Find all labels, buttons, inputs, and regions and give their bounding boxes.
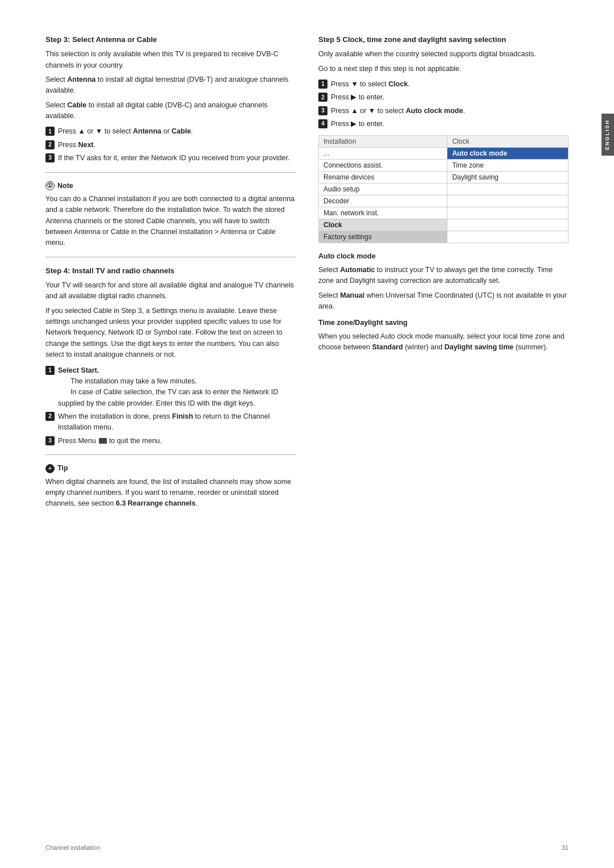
step4-step2: 2 When the installation is done, press F… (45, 411, 296, 433)
installation-menu-table: Installation Clock ... Auto clock mode C… (318, 135, 569, 243)
step-num-4-1: 1 (45, 366, 55, 375)
step-num-5-2: 2 (318, 93, 327, 102)
menu-row3-col2: Daylight saving (447, 172, 569, 183)
left-column: Step 3: Select Antenna or Cable This sel… (45, 34, 296, 515)
note-title: 🛈 Note (45, 181, 296, 191)
step4-step2-text: When the installation is done, press Fin… (58, 411, 296, 433)
step4-step3-text: Press Menu to quit the menu. (58, 436, 296, 446)
menu-row8-col1: Factory settings (319, 231, 447, 243)
menu-row-1: ... Auto clock mode (319, 148, 569, 160)
step4-title: Step 4: Install TV and radio channels (45, 265, 296, 277)
step3-step3: 3 If the TV asks for it, enter the Netwo… (45, 153, 296, 164)
step-num-4-2: 2 (45, 412, 55, 421)
tip-title: + Tip (45, 463, 296, 474)
page-container: Step 3: Select Antenna or Cable This sel… (0, 0, 614, 868)
step3-step3-text: If the TV asks for it, enter the Network… (58, 153, 296, 164)
menu-row7-col2 (447, 219, 569, 231)
menu-row7-col1: Clock (319, 219, 447, 231)
menu-row-2: Connections assist. Time zone (319, 160, 569, 172)
step4-steps: 1 Select Start. The installation may tak… (45, 365, 296, 447)
menu-row-4: Audio setup (319, 183, 569, 195)
menu-col1-header: Installation (319, 136, 447, 148)
menu-row6-col1: Man. network inst. (319, 207, 447, 219)
step-num-5-3: 3 (318, 106, 327, 115)
step-num-5-1: 1 (318, 80, 327, 89)
step3-para3: Select Cable to install all digital cabl… (45, 100, 296, 122)
step-num-4-3: 3 (45, 436, 55, 445)
menu-row4-col2 (447, 183, 569, 195)
menu-row5-col2 (447, 195, 569, 207)
timezone-section: Time zone/Daylight saving When you selec… (318, 318, 569, 353)
step3-step1-text: Press ▲ or ▼ to select Antenna or Cable. (58, 126, 296, 137)
step4-step1-sub2: In case of Cable selection, the TV can a… (58, 388, 278, 407)
timezone-para1: When you selected Auto clock mode manual… (318, 331, 569, 353)
note-label: Note (57, 181, 73, 191)
note-section: 🛈 Note You can do a Channel installation… (45, 181, 296, 249)
step3-step1: 1 Press ▲ or ▼ to select Antenna or Cabl… (45, 126, 296, 137)
divider-2 (45, 257, 296, 257)
step5-step3: 3 Press ▲ or ▼ to select Auto clock mode… (318, 106, 569, 116)
menu-row2-col1: Connections assist. (319, 160, 447, 172)
menu-row3-col1: Rename devices (319, 172, 447, 183)
step4-step1: 1 Select Start. The installation may tak… (45, 365, 296, 410)
footer-right: 31 (562, 844, 569, 851)
step4-step1-text: Select Start. The installation may take … (58, 365, 296, 410)
menu-row4-col1: Audio setup (319, 183, 447, 195)
note-icon: 🛈 (45, 181, 55, 190)
timezone-title: Time zone/Daylight saving (318, 318, 569, 328)
menu-row5-col1: Decoder (319, 195, 447, 207)
step5-section: Step 5 Clock, time zone and daylight sav… (318, 34, 569, 130)
step4-section: Step 4: Install TV and radio channels Yo… (45, 265, 296, 446)
step5-step2-text: Press ▶ to enter. (331, 92, 569, 103)
step3-section: Step 3: Select Antenna or Cable This sel… (45, 34, 296, 164)
step5-step1: 1 Press ▼ to select Clock. (318, 79, 569, 90)
step3-step2-text: Press Next. (58, 140, 296, 151)
menu-row-3: Rename devices Daylight saving (319, 172, 569, 183)
step4-para1: Your TV will search for and store all av… (45, 280, 296, 302)
two-column-layout: Step 3: Select Antenna or Cable This sel… (45, 34, 569, 515)
step4-step1-sub1: The installation may take a few minutes. (70, 377, 197, 385)
menu-col2-header: Clock (447, 136, 569, 148)
menu-row-6: Man. network inst. (319, 207, 569, 219)
menu-row-7: Clock (319, 219, 569, 231)
step-num-3: 3 (45, 153, 55, 162)
menu-icon (99, 438, 107, 444)
footer-left: Channel installation (45, 844, 100, 851)
divider-1 (45, 172, 296, 173)
right-column: Step 5 Clock, time zone and daylight sav… (318, 34, 569, 515)
step5-step4: 4 Press ▶ to enter. (318, 119, 569, 130)
step5-para1: Only available when the country selected… (318, 49, 569, 60)
auto-clock-section: Auto clock mode Select Automatic to inst… (318, 251, 569, 312)
menu-row8-col2 (447, 231, 569, 243)
step4-step3: 3 Press Menu to quit the menu. (45, 436, 296, 446)
auto-clock-para2: Select Manual when Universal Time Coordi… (318, 290, 569, 312)
step5-para2: Go to a next step if this step is not ap… (318, 64, 569, 74)
step5-step2: 2 Press ▶ to enter. (318, 92, 569, 103)
tip-label: Tip (57, 463, 68, 474)
step3-title: Step 3: Select Antenna or Cable (45, 34, 296, 45)
step-num-5-4: 4 (318, 119, 327, 128)
tip-section: + Tip When digital channels are found, t… (45, 463, 296, 510)
page-footer: Channel installation 31 (45, 844, 569, 851)
step5-steps: 1 Press ▼ to select Clock. 2 Press ▶ to … (318, 79, 569, 130)
menu-row6-col2 (447, 207, 569, 219)
menu-row-5: Decoder (319, 195, 569, 207)
step5-title: Step 5 Clock, time zone and daylight sav… (318, 34, 569, 45)
step3-step2: 2 Press Next. (45, 140, 296, 151)
step3-para1: This selection is only available when th… (45, 49, 296, 71)
menu-row2-col2: Time zone (447, 160, 569, 172)
menu-row-8: Factory settings (319, 231, 569, 243)
step4-para2: If you selected Cable in Step 3, a Setti… (45, 306, 296, 361)
menu-row1-col2: Auto clock mode (447, 148, 569, 160)
tip-icon: + (45, 464, 55, 473)
step5-step4-text: Press ▶ to enter. (331, 119, 569, 130)
step3-steps: 1 Press ▲ or ▼ to select Antenna or Cabl… (45, 126, 296, 164)
auto-clock-title: Auto clock mode (318, 251, 569, 262)
auto-clock-para1: Select Automatic to instruct your TV to … (318, 265, 569, 287)
step-num-1: 1 (45, 127, 55, 136)
note-text: You can do a Channel installation if you… (45, 194, 296, 249)
step-num-2: 2 (45, 140, 55, 149)
menu-row1-col1: ... (319, 148, 447, 160)
step5-step3-text: Press ▲ or ▼ to select Auto clock mode. (331, 106, 569, 116)
tip-text: When digital channels are found, the lis… (45, 477, 296, 510)
